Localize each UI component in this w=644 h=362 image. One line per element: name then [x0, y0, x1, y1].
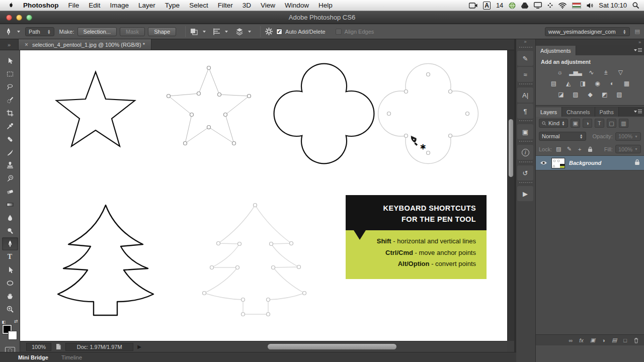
layer-visibility-icon[interactable] — [540, 160, 547, 165]
menu-filter[interactable]: Filter — [218, 2, 233, 9]
type-tool[interactable]: T — [2, 250, 18, 263]
document-canvas[interactable]: ∗ KEYBOARD SHORTCUTS FOR THE PEN TOOL Sh… — [20, 50, 507, 341]
swap-colors-icon[interactable]: ⇄ — [14, 319, 18, 324]
hungarian-flag-icon[interactable] — [572, 3, 581, 9]
gradient-map-icon[interactable]: ◩ — [600, 90, 610, 99]
menu-type[interactable]: Type — [165, 2, 180, 9]
doc-size-field[interactable]: Doc: 1.97M/1.97M — [65, 343, 133, 351]
history-brush-tool[interactable] — [2, 172, 18, 185]
filter-type-layers-icon[interactable]: T — [595, 119, 604, 128]
menu-help[interactable]: Help — [318, 2, 333, 9]
delete-layer-icon[interactable] — [633, 337, 639, 343]
color-balance-icon[interactable]: ◭ — [563, 79, 573, 88]
panel-group-handle[interactable] — [519, 120, 532, 123]
collapse-strip-icon[interactable]: » — [516, 39, 534, 45]
add-layer-mask-icon[interactable]: ▣ — [590, 337, 595, 343]
brightness-contrast-icon[interactable]: ☼ — [554, 68, 565, 77]
vertical-scrollbar-thumb[interactable] — [509, 119, 513, 177]
eraser-tool[interactable] — [2, 185, 18, 198]
menu-edit[interactable]: Edit — [89, 2, 100, 9]
vertical-scrollbar[interactable] — [507, 50, 514, 341]
display-icon[interactable] — [534, 2, 542, 9]
tab-timeline[interactable]: Timeline — [61, 354, 82, 360]
default-colors-icon[interactable]: ◧ — [2, 320, 6, 324]
zoom-window-button[interactable] — [26, 15, 32, 21]
filter-pixel-layers-icon[interactable]: ▣ — [571, 119, 580, 128]
layer-filter-select[interactable]: Kind▲▼ — [539, 119, 568, 128]
paragraph-panel-icon[interactable]: ¶ — [517, 104, 533, 119]
wifi-icon[interactable] — [558, 3, 567, 9]
tab-channels[interactable]: Channels — [562, 107, 595, 117]
workspace-select[interactable]: www_yesimadesigner_com▲▼ — [545, 27, 630, 36]
layer-style-icon[interactable]: fx — [579, 337, 584, 343]
healing-brush-tool[interactable] — [2, 133, 18, 146]
close-window-button[interactable] — [6, 15, 12, 21]
collapse-panels-icon[interactable]: » — [536, 39, 644, 45]
link-layers-icon[interactable]: ∞ — [569, 337, 573, 343]
threshold-icon[interactable]: ◆ — [585, 90, 595, 99]
crop-tool[interactable] — [2, 107, 18, 120]
path-operations-caret-icon[interactable] — [203, 31, 206, 33]
horizontal-scrollbar-thumb[interactable] — [268, 344, 396, 349]
actions-panel-icon[interactable]: ▶ — [517, 186, 533, 201]
menu-select[interactable]: Select — [189, 2, 208, 9]
panel-menu-icon[interactable] — [634, 48, 642, 53]
minimize-window-button[interactable] — [16, 15, 22, 21]
selective-color-icon[interactable]: ▧ — [614, 90, 624, 99]
shape-tool[interactable] — [2, 277, 18, 290]
menu-image[interactable]: Image — [110, 2, 129, 9]
history-panel-icon[interactable]: ↺ — [517, 165, 533, 180]
tool-preset-caret-icon[interactable] — [17, 31, 20, 33]
posterize-icon[interactable]: ▨ — [571, 90, 581, 99]
status-page-icon[interactable] — [55, 343, 61, 350]
panel-group-handle[interactable] — [519, 161, 532, 164]
tool-mode-select[interactable]: Path▲▼ — [25, 27, 54, 36]
lasso-tool[interactable] — [2, 80, 18, 94]
volume-icon[interactable] — [587, 3, 593, 9]
status-flyout-icon[interactable]: ▶ — [137, 344, 141, 349]
lock-transparency-icon[interactable]: ▨ — [554, 146, 562, 152]
marquee-tool[interactable] — [2, 67, 18, 80]
menu-layer[interactable]: Layer — [138, 2, 155, 9]
path-arrangement-caret-icon[interactable] — [248, 31, 251, 33]
adobe-app-icon[interactable]: A — [483, 2, 491, 10]
path-arrangement-icon[interactable] — [235, 28, 244, 36]
tab-layers[interactable]: Layers — [536, 107, 562, 117]
drive-icon[interactable] — [521, 3, 528, 9]
move-tool[interactable] — [2, 54, 18, 67]
menu-file[interactable]: File — [68, 2, 79, 9]
new-layer-icon[interactable]: □ — [623, 337, 627, 343]
levels-icon[interactable]: ▂▅▃ — [569, 68, 582, 77]
make-selection-button[interactable]: Selection... — [77, 27, 117, 36]
new-group-icon[interactable]: ▤ — [612, 337, 617, 343]
clone-source-panel-icon[interactable]: ▣ — [517, 124, 533, 139]
blur-tool[interactable] — [2, 211, 18, 224]
filter-shape-layers-icon[interactable]: ▢ — [607, 119, 616, 128]
photo-filter-icon[interactable]: ◉ — [592, 79, 602, 88]
bluetooth-status-icon[interactable] — [547, 3, 553, 8]
tab-paths[interactable]: Paths — [595, 107, 619, 117]
hand-tool[interactable] — [2, 290, 18, 303]
pen-tool-preset-icon[interactable] — [4, 27, 13, 36]
brush-panel-icon[interactable]: ✎ — [517, 51, 533, 66]
dodge-tool[interactable] — [2, 224, 18, 237]
path-selection-tool[interactable] — [2, 263, 18, 277]
lock-all-icon[interactable] — [586, 146, 594, 152]
new-adjustment-layer-icon[interactable]: ◑ — [602, 337, 605, 343]
brush-tool[interactable] — [2, 146, 18, 159]
curves-icon[interactable]: ∿ — [586, 68, 596, 77]
tab-mini-bridge[interactable]: Mini Bridge — [18, 354, 48, 360]
auto-add-delete-checkbox[interactable]: ✓ — [276, 29, 282, 35]
apple-menu-icon[interactable] — [7, 2, 15, 10]
zoom-tool[interactable] — [2, 303, 18, 316]
info-panel-icon[interactable]: i — [517, 145, 533, 160]
blend-mode-select[interactable]: Normal▲▼ — [539, 132, 586, 141]
panel-group-handle[interactable] — [519, 83, 532, 86]
panel-group-handle[interactable] — [519, 141, 532, 144]
spotlight-icon[interactable] — [632, 2, 639, 9]
tab-overflow-icon[interactable]: » — [0, 42, 18, 50]
path-alignment-caret-icon[interactable] — [225, 31, 228, 33]
layer-thumbnail[interactable] — [551, 158, 565, 168]
close-document-icon[interactable]: × — [25, 41, 28, 48]
tab-adjustments[interactable]: Adjustments — [536, 46, 576, 55]
